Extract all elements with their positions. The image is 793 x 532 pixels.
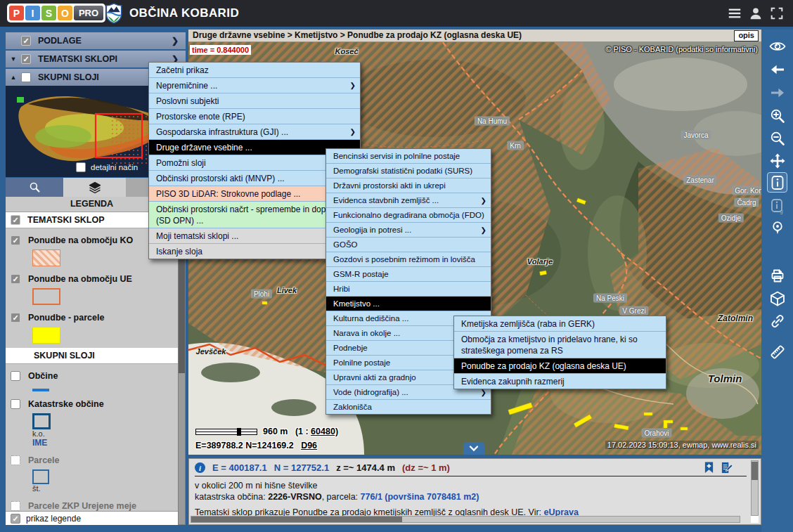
checkbox[interactable]: [11, 399, 20, 409]
checkbox[interactable]: [11, 455, 20, 465]
legend-swatch-hatch: [32, 249, 60, 266]
menu-item-label: GOŠO: [333, 240, 358, 250]
logo-letter: I: [25, 6, 40, 20]
scale-ratio-prefix: (1 :: [295, 427, 309, 436]
zoom-in-icon[interactable]: [767, 105, 787, 126]
checkbox[interactable]: [11, 371, 20, 381]
tab-search[interactable]: [6, 178, 64, 197]
menu-item[interactable]: Prostorske enote (RPE): [149, 109, 360, 124]
menu-item[interactable]: GOŠO: [326, 238, 491, 252]
menu-item[interactable]: Gospodarska infrastruktura (GJI) ...❯: [149, 124, 360, 140]
identify-icon[interactable]: [767, 172, 787, 193]
menu-item-label: Državni prostorski akti in ukrepi: [333, 181, 446, 191]
menu-item[interactable]: Funkcionalno degradirana območja (FDO): [326, 208, 491, 223]
menu-item-label: Gozdovi s posebnim režimom in lovišča: [333, 254, 475, 265]
menu-item[interactable]: Kmetijska zemljišča (raba in GERK): [454, 316, 666, 332]
menu-item[interactable]: GSM-R postaje: [326, 267, 491, 282]
scrollbar-corner: [751, 516, 759, 523]
legend-section-header[interactable]: SKUPNI SLOJI: [6, 348, 178, 364]
checkbox[interactable]: [11, 215, 20, 225]
legend-swatch-orange-outline: [32, 288, 60, 305]
menu-item[interactable]: Državni prostorski akti in ukrepi: [326, 179, 491, 193]
checkbox[interactable]: [11, 514, 20, 524]
menu-item[interactable]: Zaklonišča: [326, 400, 491, 414]
legend-layer: Ponudbe na območju UE: [6, 271, 178, 309]
map-watermark: 17.02.2023 15:09:13, ewmap, www.realis.s…: [605, 441, 759, 449]
menu-item[interactable]: Evidenca stavbnih zemljišč ...❯: [326, 193, 491, 208]
info-icon: i: [195, 462, 205, 473]
menu-item[interactable]: Evidenca zakupnih razmerij: [454, 374, 666, 389]
view-3d-icon[interactable]: [767, 288, 787, 309]
bookmark-add-icon[interactable]: [704, 462, 714, 474]
checkbox[interactable]: [21, 54, 31, 64]
eye-icon[interactable]: [767, 36, 787, 56]
scrollbar-thumb[interactable]: [752, 462, 758, 480]
datum-link[interactable]: D96: [301, 441, 317, 450]
menu-item-label: Evidenca zakupnih razmerij: [461, 376, 565, 387]
info-panel-body: v okolici 200 m ni hišne številke katast…: [189, 480, 761, 518]
info-horizontal-scrollbar[interactable]: [191, 516, 740, 523]
scrollbar-thumb[interactable]: [191, 517, 402, 522]
checkbox[interactable]: [76, 162, 86, 172]
menu-item[interactable]: Začetni prikaz: [149, 63, 360, 78]
menu-item[interactable]: Nepremičnine ...❯: [149, 78, 360, 93]
menu-item[interactable]: Geologija in potresi ...❯: [326, 223, 491, 238]
info-vertical-scrollbar[interactable]: [751, 460, 759, 516]
opis-button[interactable]: opis: [734, 30, 759, 41]
fullscreen-icon[interactable]: [769, 6, 785, 21]
menu-item-label: GSM-R postaje: [333, 269, 389, 280]
print-icon[interactable]: [767, 266, 787, 286]
collapse-triangle-icon[interactable]: ▼: [6, 56, 21, 63]
menu-item[interactable]: Območja za kmetijstvo in pridelavo hrane…: [454, 332, 666, 358]
measure-ruler-icon[interactable]: [767, 342, 787, 362]
legend-sub-label: IME: [32, 439, 178, 448]
legend-layer-label: Ponudbe - parcele: [28, 313, 104, 323]
collapse-triangle-icon[interactable]: ▲: [6, 74, 21, 81]
menu-item[interactable]: Kmetijstvo ...: [326, 297, 491, 311]
parcel-link[interactable]: 776/1 (površina 7078481 m2): [361, 492, 479, 502]
map-copyright: © PISO - KOBARID (podatki so informativn…: [605, 45, 758, 53]
show-legend-label: prikaz legende: [26, 514, 81, 524]
menu-item-label: Občinski prostorski akti (MNVP) ...: [156, 173, 285, 184]
arrow-left-icon[interactable]: [767, 59, 787, 79]
menu-item[interactable]: Poslovni subjekti: [149, 93, 360, 109]
legend-swatch-blue-line: [32, 389, 49, 391]
menu-item-label: Upravni akti za gradnjo: [333, 372, 416, 383]
menu-item-label: Gospodarska infrastruktura (GJI) ...: [156, 126, 288, 138]
checkbox[interactable]: [11, 235, 20, 245]
checkbox[interactable]: [11, 501, 20, 511]
menu-item[interactable]: Gozdovi s posebnim režimom in lovišča: [326, 252, 491, 267]
menu-item-label: Moji tematski sklopi ...: [156, 231, 238, 242]
menu-item-label: Vode (hidrografija) ...: [333, 387, 408, 398]
piso-pro-logo[interactable]: P I S O PRO: [7, 4, 105, 22]
legend-layer-label: Parcele: [28, 455, 59, 465]
checkbox[interactable]: [11, 274, 20, 284]
checkbox[interactable]: [11, 313, 20, 323]
sidebar-section-podlage[interactable]: PODLAGE ❯: [6, 32, 186, 49]
breadcrumb-bar: Druge državne vsebine > Kmetijstvo > Pon…: [188, 30, 761, 42]
tab-layers[interactable]: [64, 178, 126, 197]
scale-ratio-link[interactable]: 60480: [311, 427, 335, 436]
location-pin-icon[interactable]: [767, 217, 787, 238]
menu-hamburger-icon[interactable]: [727, 6, 742, 21]
zoom-out-icon[interactable]: [767, 128, 787, 148]
info-panel: i E = 400187.1 N = 127752.1 z =~ 1474.4 …: [188, 458, 761, 525]
share-link-icon[interactable]: [767, 311, 787, 331]
menu-item[interactable]: Ponudbe za prodajo KZ (oglasna deska UE): [454, 358, 666, 374]
checkbox[interactable]: [21, 36, 31, 46]
pan-icon[interactable]: [767, 150, 787, 171]
checkbox[interactable]: [21, 72, 31, 82]
menu-item[interactable]: Demografski statistični podatki (SURS): [326, 164, 491, 179]
collapse-info-panel-button[interactable]: [463, 442, 484, 455]
report-edit-icon[interactable]: [721, 462, 733, 474]
legend-footer[interactable]: prikaz legende: [6, 511, 178, 525]
menu-item[interactable]: Hribi: [326, 282, 491, 297]
menu-item-label: Kmetijstvo ...: [333, 299, 380, 309]
menu-item[interactable]: Bencinski servisi in polnilne postaje: [326, 149, 491, 164]
menu-item-label: Evidenca stavbnih zemljišč ...: [333, 195, 439, 206]
sidebar-section-label: PODLAGE: [38, 36, 82, 46]
user-account-icon[interactable]: [748, 6, 763, 21]
legend-layer: Ponudbe - parcele: [6, 309, 178, 348]
menu-item-label: Polnilne postaje: [333, 358, 390, 368]
menu-item-label: Nepremičnine ...: [156, 80, 217, 91]
